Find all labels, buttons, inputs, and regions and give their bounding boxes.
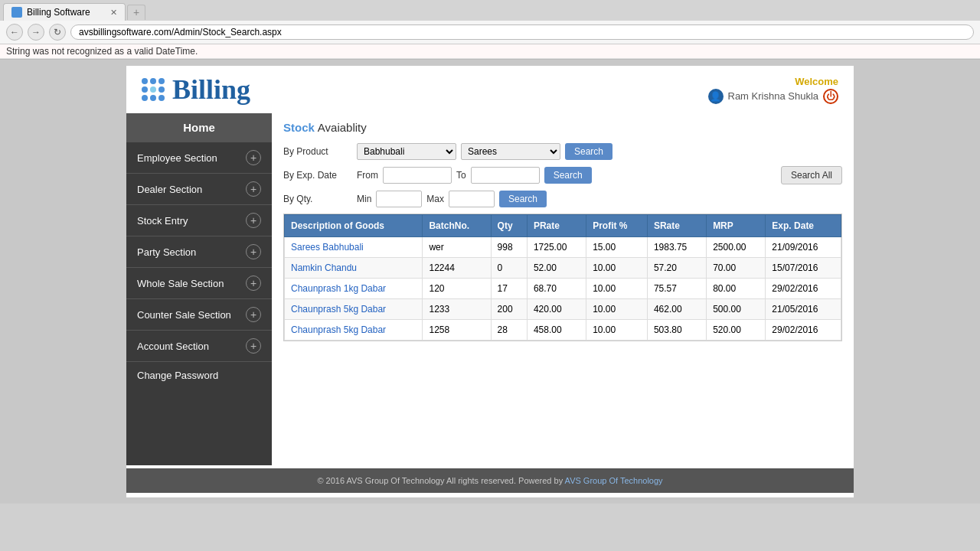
stock-table-wrapper: Description of Goods BatchNo. Qty PRate … (283, 214, 842, 341)
sidebar-item-counter-sale[interactable]: Counter Sale Section + (126, 298, 272, 330)
by-qty-row: By Qty. Min Max Search (283, 191, 842, 207)
col-desc: Description of Goods (285, 215, 423, 237)
footer-link[interactable]: AVS Group Of Technology (565, 476, 663, 485)
sidebar-item-dealer[interactable]: Dealer Section + (126, 173, 272, 204)
cell-mrp-4: 520.00 (707, 320, 766, 341)
table-row: Sarees Babhubali wer 998 1725.00 15.00 1… (285, 237, 841, 258)
sidebar-item-change-password[interactable]: Change Password (126, 361, 272, 389)
cell-prate-2: 68.70 (527, 279, 586, 299)
sidebar-item-employee[interactable]: Employee Section + (126, 142, 272, 173)
desc-link-3[interactable]: Chaunprash 5kg Dabar (291, 304, 386, 315)
cell-prate-0: 1725.00 (527, 237, 586, 258)
category-select[interactable]: Sarees Namkin Chaunprash (461, 143, 560, 160)
sidebar-item-stock-entry[interactable]: Stock Entry + (126, 204, 272, 236)
sidebar-expand-counter-sale[interactable]: + (246, 307, 261, 322)
cell-srate-4: 503.80 (647, 320, 706, 341)
desc-link-2[interactable]: Chaunprash 1kg Dabar (291, 283, 386, 294)
col-qty: Qty (491, 215, 527, 237)
tab-close-btn[interactable]: ✕ (110, 8, 117, 18)
table-row: Namkin Chandu 12244 0 52.00 10.00 57.20 … (285, 258, 841, 279)
sidebar-expand-party[interactable]: + (246, 244, 261, 259)
sidebar-item-wholesale[interactable]: Whole Sale Section + (126, 267, 272, 298)
sidebar-label-wholesale: Whole Sale Section (137, 278, 224, 289)
sidebar-expand-wholesale[interactable]: + (246, 276, 261, 291)
table-row: Chaunprash 5kg Dabar 1258 28 458.00 10.0… (285, 320, 841, 341)
user-icon: 👤 (708, 89, 724, 104)
cell-mrp-3: 500.00 (707, 299, 766, 320)
col-profit: Profit % (586, 215, 648, 237)
sidebar-expand-stock-entry[interactable]: + (246, 213, 261, 228)
cell-batch-0: wer (423, 237, 491, 258)
welcome-label: Welcome (708, 76, 839, 87)
by-qty-label: By Qty. (283, 194, 352, 204)
by-exp-date-row: By Exp. Date From To Search Search All (283, 166, 842, 184)
cell-exp-1: 15/07/2016 (766, 258, 841, 279)
cell-qty-1: 0 (491, 258, 527, 279)
cell-qty-0: 998 (491, 237, 527, 258)
from-date-input[interactable] (383, 167, 452, 184)
table-header-row: Description of Goods BatchNo. Qty PRate … (285, 215, 841, 237)
reload-btn[interactable]: ↻ (49, 24, 66, 41)
search-all-btn[interactable]: Search All (781, 166, 842, 184)
cell-qty-2: 17 (491, 279, 527, 299)
product-select[interactable]: Babhubali Other Product (357, 143, 456, 160)
browser-tab[interactable]: Billing Software ✕ (3, 3, 126, 21)
col-batch: BatchNo. (423, 215, 491, 237)
body-layout: Home Employee Section + Dealer Section +… (126, 113, 854, 465)
tab-bar: Billing Software ✕ + (0, 0, 980, 21)
cell-exp-2: 29/02/2016 (766, 279, 841, 299)
product-search-btn[interactable]: Search (565, 143, 612, 160)
sidebar-expand-dealer[interactable]: + (246, 181, 261, 197)
desc-link-4[interactable]: Chaunprash 5kg Dabar (291, 324, 386, 335)
desc-link-0[interactable]: Sarees Babhubali (291, 242, 364, 253)
user-row: 👤 Ram Krishna Shukla (708, 89, 839, 104)
user-name: Ram Krishna Shukla (728, 90, 819, 102)
cell-qty-4: 28 (491, 320, 527, 341)
page-wrapper: Billing Welcome 👤 Ram Krishna Shukla Hom… (0, 60, 980, 504)
cell-prate-4: 458.00 (527, 320, 586, 341)
sidebar-label-party: Party Section (137, 246, 196, 258)
cell-srate-0: 1983.75 (647, 237, 706, 258)
cell-profit-2: 10.00 (586, 279, 648, 299)
sidebar-label-counter-sale: Counter Sale Section (137, 309, 231, 321)
cell-desc-0: Sarees Babhubali (285, 237, 423, 258)
cell-desc-1: Namkin Chandu (285, 258, 423, 279)
error-bar: String was not recognized as a valid Dat… (0, 44, 980, 59)
from-to-group: From To (357, 167, 540, 184)
desc-link-1[interactable]: Namkin Chandu (291, 262, 357, 273)
sidebar-expand-employee[interactable]: + (246, 150, 261, 165)
date-search-btn[interactable]: Search (544, 167, 592, 184)
stock-header: Stock Avaiablity (283, 121, 842, 134)
sidebar-home[interactable]: Home (126, 113, 272, 142)
sidebar-item-account[interactable]: Account Section + (126, 330, 272, 361)
sidebar-label-change-password: Change Password (137, 370, 218, 381)
min-input[interactable] (376, 191, 422, 207)
cell-batch-2: 120 (423, 279, 491, 299)
cell-batch-3: 1233 (423, 299, 491, 320)
nav-bar: ← → ↻ (0, 21, 980, 44)
sidebar-expand-account[interactable]: + (246, 338, 261, 354)
address-bar[interactable] (70, 24, 974, 40)
max-input[interactable] (449, 191, 495, 207)
main-container: Billing Welcome 👤 Ram Krishna Shukla Hom… (126, 66, 854, 497)
cell-exp-4: 29/02/2016 (766, 320, 841, 341)
sidebar-label-account: Account Section (137, 341, 209, 352)
col-prate: PRate (527, 215, 586, 237)
qty-search-btn[interactable]: Search (499, 191, 547, 207)
sidebar-item-party[interactable]: Party Section + (126, 236, 272, 267)
sidebar-label-dealer: Dealer Section (137, 184, 202, 195)
table-row: Chaunprash 5kg Dabar 1233 200 420.00 10.… (285, 299, 841, 320)
sidebar-label-employee: Employee Section (137, 152, 217, 164)
cell-batch-4: 1258 (423, 320, 491, 341)
welcome-area: Welcome 👤 Ram Krishna Shukla (708, 76, 839, 104)
power-btn[interactable] (823, 89, 838, 104)
cell-batch-1: 12244 (423, 258, 491, 279)
cell-qty-3: 200 (491, 299, 527, 320)
cell-prate-1: 52.00 (527, 258, 586, 279)
new-tab-btn[interactable]: + (127, 5, 145, 20)
to-date-input[interactable] (471, 167, 540, 184)
cell-srate-2: 75.57 (647, 279, 706, 299)
back-btn[interactable]: ← (6, 24, 23, 41)
cell-desc-3: Chaunprash 5kg Dabar (285, 299, 423, 320)
forward-btn[interactable]: → (28, 24, 44, 41)
